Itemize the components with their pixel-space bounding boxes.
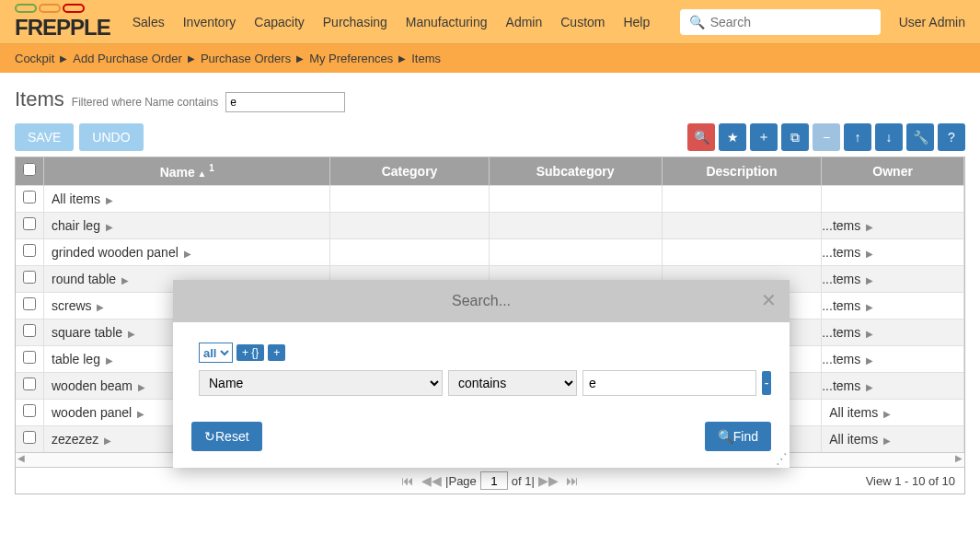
filter-value-input[interactable] [582, 370, 756, 396]
row-checkbox[interactable] [23, 404, 36, 417]
caret-right-icon[interactable]: ▶ [106, 222, 113, 232]
nav-manufacturing[interactable]: Manufacturing [406, 15, 488, 29]
copy-button[interactable]: ⧉ [781, 123, 809, 151]
cell-owner[interactable]: ...tems ▶ [822, 265, 964, 292]
nav-admin[interactable]: Admin [506, 15, 543, 29]
select-all-checkbox[interactable] [23, 163, 36, 176]
caret-right-icon[interactable]: ▶ [184, 249, 191, 259]
search-filter-button[interactable]: 🔍 [687, 123, 715, 151]
cell-name[interactable]: All items ▶ [44, 185, 330, 212]
cell-subcategory[interactable] [489, 212, 662, 238]
column-header[interactable]: Name ▲ 1 [44, 157, 330, 185]
cell-name[interactable]: chair leg ▶ [44, 212, 330, 238]
nav-capacity[interactable]: Capacity [254, 15, 304, 29]
filter-field-select[interactable]: Name [199, 370, 443, 396]
breadcrumb-item[interactable]: Items [411, 52, 441, 65]
main-nav: SalesInventoryCapacityPurchasingManufact… [133, 15, 651, 29]
caret-right-icon[interactable]: ▶ [137, 409, 144, 419]
row-checkbox[interactable] [23, 431, 36, 444]
cell-subcategory[interactable] [489, 238, 662, 265]
nav-custom[interactable]: Custom [560, 15, 605, 29]
caret-right-icon[interactable]: ▶ [883, 409, 891, 419]
row-checkbox[interactable] [23, 271, 36, 284]
nav-inventory[interactable]: Inventory [183, 15, 236, 29]
pager-last-icon[interactable]: ⏭ [566, 473, 579, 488]
cell-category[interactable] [330, 212, 489, 238]
cell-owner[interactable]: All items ▶ [822, 399, 964, 425]
cell-owner[interactable]: ...tems ▶ [822, 319, 964, 345]
match-mode-select[interactable]: all [199, 343, 233, 363]
caret-right-icon[interactable]: ▶ [106, 195, 113, 205]
cell-owner[interactable]: ...tems ▶ [822, 372, 964, 399]
nav-help[interactable]: Help [623, 15, 650, 29]
cell-owner[interactable]: ...tems ▶ [822, 238, 964, 265]
resize-grip-icon[interactable]: ⋰ [774, 450, 789, 467]
row-checkbox[interactable] [23, 378, 36, 390]
cell-owner[interactable]: ...tems ▶ [822, 212, 964, 238]
configure-button[interactable]: 🔧 [906, 123, 934, 151]
cell-owner[interactable] [822, 185, 964, 212]
logo[interactable]: FREPPLE [15, 4, 133, 41]
caret-right-icon[interactable]: ▶ [106, 355, 113, 366]
nav-sales[interactable]: Sales [133, 15, 165, 29]
cell-category[interactable] [330, 185, 489, 212]
remove-rule-button[interactable]: - [762, 371, 771, 395]
cell-owner[interactable]: ...tems ▶ [822, 292, 964, 319]
caret-right-icon[interactable]: ▶ [128, 329, 135, 339]
caret-right-icon[interactable]: ▶ [138, 382, 145, 392]
filter-summary-input[interactable] [225, 92, 345, 112]
row-checkbox[interactable] [23, 351, 36, 364]
row-checkbox[interactable] [23, 191, 36, 203]
user-menu[interactable]: User Admin [899, 15, 965, 29]
add-rule-button[interactable]: + [268, 344, 285, 361]
pager-first-icon[interactable]: ⏮ [401, 473, 414, 488]
table-row[interactable]: All items ▶ [16, 185, 964, 212]
add-group-button[interactable]: + {} [236, 344, 264, 361]
global-search[interactable]: 🔍 [680, 9, 881, 35]
find-button[interactable]: 🔍 Find [705, 422, 771, 451]
pager-next-icon[interactable]: ▶▶ [538, 473, 559, 488]
upload-button[interactable]: ↑ [844, 123, 871, 151]
column-header[interactable]: Description [662, 157, 822, 185]
breadcrumb-item[interactable]: My Preferences [309, 52, 393, 65]
column-header[interactable]: Category [330, 157, 489, 185]
delete-button[interactable]: − [813, 123, 840, 151]
table-row[interactable]: chair leg ▶...tems ▶ [16, 212, 964, 238]
caret-right-icon[interactable]: ▶ [121, 275, 129, 285]
breadcrumb-item[interactable]: Purchase Orders [201, 52, 291, 65]
nav-purchasing[interactable]: Purchasing [323, 15, 387, 29]
cell-owner[interactable]: All items ▶ [822, 425, 964, 452]
cell-name[interactable]: grinded wooden panel ▶ [44, 238, 330, 265]
caret-right-icon[interactable]: ▶ [104, 436, 111, 446]
help-button[interactable]: ? [938, 123, 965, 151]
caret-right-icon[interactable]: ▶ [97, 302, 104, 312]
cell-category[interactable] [330, 238, 489, 265]
add-button[interactable]: ＋ [750, 123, 778, 151]
row-checkbox[interactable] [23, 244, 36, 257]
cell-description[interactable] [662, 238, 822, 265]
save-button[interactable]: SAVE [15, 123, 74, 151]
table-row[interactable]: grinded wooden panel ▶...tems ▶ [16, 238, 964, 265]
column-header[interactable]: Owner [822, 157, 964, 185]
pager-page-input[interactable] [480, 471, 508, 490]
row-checkbox[interactable] [23, 217, 36, 230]
cell-description[interactable] [662, 212, 822, 238]
row-checkbox[interactable] [23, 297, 36, 310]
filter-operator-select[interactable]: contains [448, 370, 577, 396]
column-header[interactable]: Subcategory [489, 157, 662, 185]
cell-subcategory[interactable] [489, 185, 662, 212]
reset-button[interactable]: ↻ Reset [191, 422, 262, 451]
pager: ⏮ ◀◀ | Page of 1 | ▶▶ ⏭ View 1 - 10 of 1… [16, 467, 964, 494]
undo-button[interactable]: UNDO [79, 123, 143, 151]
cell-description[interactable] [662, 185, 822, 212]
breadcrumb-item[interactable]: Add Purchase Order [73, 52, 182, 65]
favorite-button[interactable]: ★ [719, 123, 746, 151]
caret-right-icon[interactable]: ▶ [883, 436, 891, 446]
cell-owner[interactable]: ...tems ▶ [822, 345, 964, 372]
close-icon[interactable]: ✕ [761, 289, 777, 311]
pager-prev-icon[interactable]: ◀◀ [421, 473, 442, 488]
download-button[interactable]: ↓ [875, 123, 903, 151]
breadcrumb-item[interactable]: Cockpit [15, 52, 54, 65]
global-search-input[interactable] [710, 15, 871, 29]
row-checkbox[interactable] [23, 324, 36, 337]
